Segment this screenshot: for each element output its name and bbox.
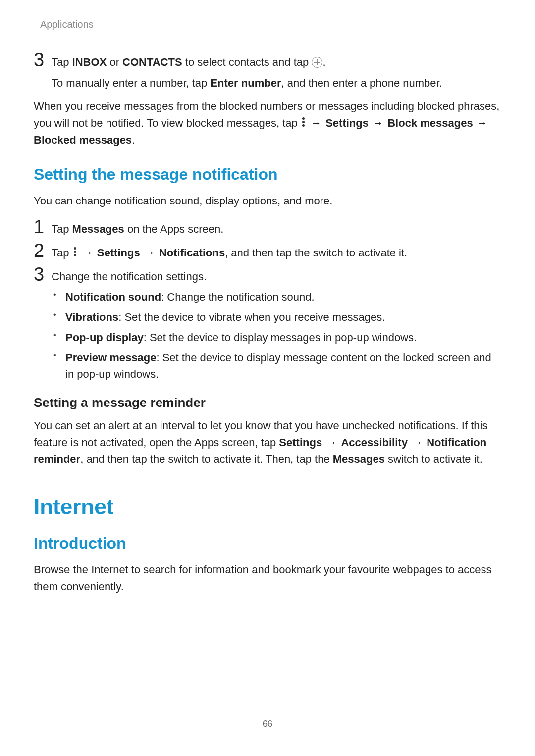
bullet-title: Preview message	[65, 352, 156, 364]
heading-internet: Internet	[34, 495, 501, 519]
enter-number-label: Enter number	[210, 77, 281, 89]
messages-label: Messages	[333, 453, 385, 465]
blocked-messages-label: Blocked messages	[34, 134, 132, 146]
text: switch to activate it.	[385, 453, 482, 465]
step-3-line: Tap INBOX or CONTACTS to select contacts…	[52, 54, 501, 70]
accessibility-label: Accessibility	[341, 436, 408, 449]
notif-step-3: 3 Change the notification settings.	[34, 265, 501, 285]
arrow-icon: →	[476, 117, 489, 129]
list-item: Pop-up display: Set the device to displa…	[52, 329, 501, 346]
more-options-icon	[72, 246, 78, 257]
text: Change the notification settings.	[52, 270, 207, 283]
block-messages-label: Block messages	[387, 117, 473, 129]
more-options-icon	[301, 116, 307, 128]
heading-introduction: Introduction	[34, 534, 501, 553]
notification-intro: You can change notification sound, displ…	[34, 193, 501, 209]
bullet-title: Vibrations	[65, 311, 118, 323]
contacts-label: CONTACTS	[122, 56, 182, 68]
text: Tap	[52, 247, 72, 259]
header-rule	[34, 18, 34, 31]
bullet-title: Pop-up display	[65, 331, 144, 344]
arrow-icon: →	[325, 436, 338, 449]
list-item: Preview message: Set the device to displ…	[52, 350, 501, 382]
arrow-icon: →	[143, 247, 156, 259]
step-3-body: Tap INBOX or CONTACTS to select contacts…	[52, 50, 501, 94]
settings-label: Settings	[97, 247, 140, 259]
settings-label: Settings	[325, 117, 369, 129]
arrow-icon: →	[81, 247, 94, 259]
bullet-title: Notification sound	[65, 291, 161, 303]
step-number-3b: 3	[34, 265, 52, 284]
internet-intro-paragraph: Browse the Internet to search for inform…	[34, 561, 501, 595]
document-page: Applications 3 Tap INBOX or CONTACTS to …	[0, 0, 535, 595]
notif-step-1-body: Tap Messages on the Apps screen.	[52, 217, 501, 237]
heading-message-reminder: Setting a message reminder	[34, 395, 501, 410]
text: , and then enter a phone number.	[281, 77, 442, 89]
arrow-icon: →	[411, 436, 424, 449]
header-text: Applications	[40, 19, 94, 30]
arrow-icon: →	[310, 117, 322, 129]
list-item: Vibrations: Set the device to vibrate wh…	[52, 309, 501, 325]
notifications-label: Notifications	[159, 247, 225, 259]
step-number-2: 2	[34, 241, 52, 260]
text: To manually enter a number, tap	[52, 77, 210, 89]
page-number: 66	[0, 719, 535, 729]
notif-step-3-body: Change the notification settings.	[52, 265, 501, 285]
page-header: Applications	[34, 19, 501, 32]
reminder-paragraph: You can set an alert at an interval to l…	[34, 417, 501, 468]
text: on the Apps screen.	[124, 223, 224, 235]
text: , and then tap the switch to activate it…	[80, 453, 333, 465]
notification-settings-list: Notification sound: Change the notificat…	[52, 289, 501, 382]
text: .	[132, 134, 135, 146]
bullet-text: : Change the notification sound.	[161, 291, 314, 303]
text: or	[107, 56, 122, 68]
step-3-top: 3 Tap INBOX or CONTACTS to select contac…	[34, 50, 501, 94]
bullet-text: : Set the device to display messages in …	[144, 331, 417, 344]
step-3-sub: To manually enter a number, tap Enter nu…	[52, 75, 501, 91]
settings-label: Settings	[279, 436, 322, 449]
inbox-label: INBOX	[72, 56, 107, 68]
notif-step-2-body: Tap → Settings → Notifications, and then…	[52, 241, 501, 261]
arrow-icon: →	[372, 117, 384, 129]
step-number-3: 3	[34, 50, 52, 69]
block-messages-paragraph: When you receive messages from the block…	[34, 98, 501, 149]
messages-label: Messages	[72, 223, 124, 235]
notif-step-2: 2 Tap → Settings → Notifications, and th…	[34, 241, 501, 261]
step-number-1: 1	[34, 217, 52, 236]
text: to select contacts and tap	[182, 56, 312, 68]
text: Tap	[52, 223, 72, 235]
bullet-text: : Set the device to vibrate when you rec…	[118, 311, 385, 323]
text: .	[322, 56, 325, 68]
text: Tap	[52, 56, 72, 68]
notif-step-1: 1 Tap Messages on the Apps screen.	[34, 217, 501, 237]
plus-circle-icon	[312, 57, 322, 68]
text: , and then tap the switch to activate it…	[225, 247, 407, 259]
list-item: Notification sound: Change the notificat…	[52, 289, 501, 305]
heading-setting-notification: Setting the message notification	[34, 165, 501, 184]
